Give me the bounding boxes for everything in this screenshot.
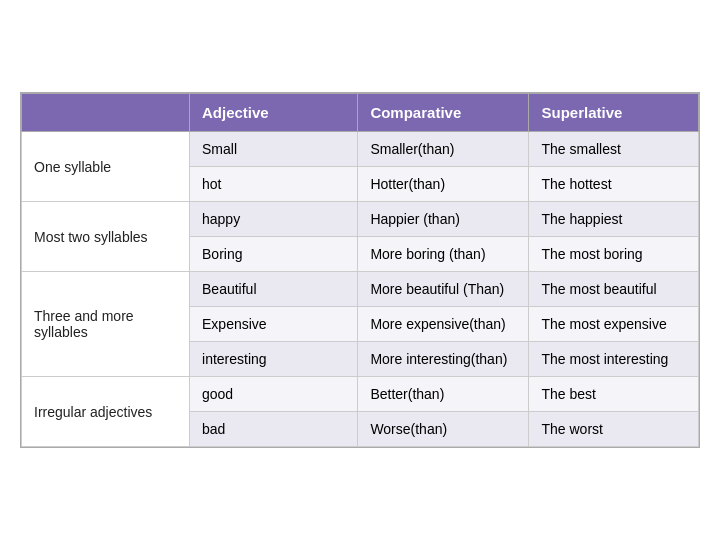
adjective-cell: Boring <box>190 237 358 272</box>
superlative-cell: The most expensive <box>529 307 699 342</box>
superlative-cell: The hottest <box>529 167 699 202</box>
adjective-cell: Small <box>190 132 358 167</box>
comparative-cell: More beautiful (Than) <box>358 272 529 307</box>
comparative-cell: More interesting(than) <box>358 342 529 377</box>
superlative-cell: The most interesting <box>529 342 699 377</box>
superlative-cell: The happiest <box>529 202 699 237</box>
category-cell: Most two syllables <box>22 202 190 272</box>
superlative-cell: The worst <box>529 412 699 447</box>
comparative-cell: Hotter(than) <box>358 167 529 202</box>
superlative-cell: The best <box>529 377 699 412</box>
comparative-cell: Worse(than) <box>358 412 529 447</box>
category-cell: Three and more syllables <box>22 272 190 377</box>
adjective-cell: hot <box>190 167 358 202</box>
comparative-cell: More boring (than) <box>358 237 529 272</box>
adjective-cell: Expensive <box>190 307 358 342</box>
category-cell: One syllable <box>22 132 190 202</box>
adjective-cell: good <box>190 377 358 412</box>
adjective-cell: Beautiful <box>190 272 358 307</box>
comparative-cell: More expensive(than) <box>358 307 529 342</box>
category-cell: Irregular adjectives <box>22 377 190 447</box>
superlative-cell: The most beautiful <box>529 272 699 307</box>
comparative-cell: Better(than) <box>358 377 529 412</box>
header-superlative: Superlative <box>529 94 699 132</box>
adjective-cell: interesting <box>190 342 358 377</box>
header-comparative: Comparative <box>358 94 529 132</box>
adjective-cell: bad <box>190 412 358 447</box>
superlative-cell: The smallest <box>529 132 699 167</box>
header-adjective: Adjective <box>190 94 358 132</box>
comparative-cell: Smaller(than) <box>358 132 529 167</box>
adjective-cell: happy <box>190 202 358 237</box>
superlative-cell: The most boring <box>529 237 699 272</box>
header-category <box>22 94 190 132</box>
grammar-table: Adjective Comparative Superlative One sy… <box>20 92 700 448</box>
comparative-cell: Happier (than) <box>358 202 529 237</box>
